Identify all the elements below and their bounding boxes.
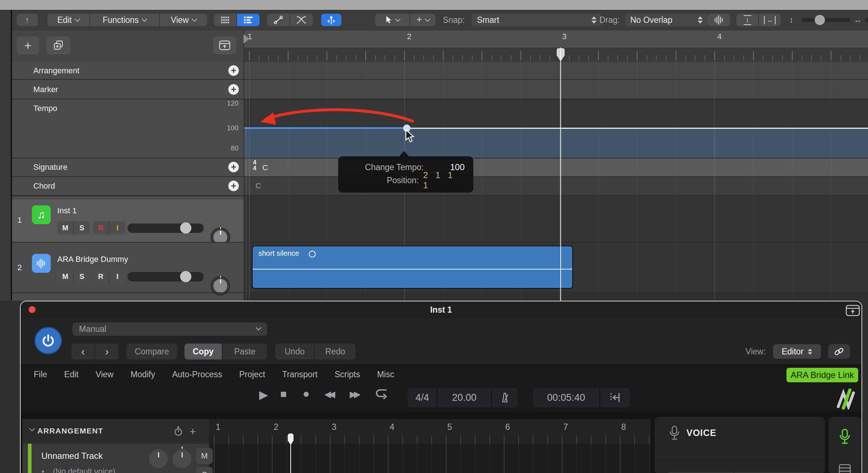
volume-slider[interactable] — [128, 272, 204, 281]
levels-panel-icon[interactable] — [839, 464, 851, 473]
plugin-track-name[interactable]: Unnamed Track — [41, 451, 103, 461]
tempo-scale-120: 120 — [214, 99, 238, 107]
region-loop-icon[interactable] — [309, 251, 316, 258]
waveform-zoom-button[interactable] — [707, 14, 730, 26]
rewind-button[interactable]: ◀◀ — [324, 389, 333, 399]
key-signature-value[interactable]: C — [262, 163, 268, 172]
input-monitor-button[interactable]: I — [109, 221, 125, 234]
chord-value[interactable]: C — [256, 181, 261, 190]
menu-view[interactable]: View — [159, 14, 207, 26]
menu-edit[interactable]: Edit — [64, 370, 79, 379]
next-preset-button[interactable]: › — [95, 344, 119, 359]
menu-file[interactable]: File — [34, 370, 47, 379]
nudge-up-button[interactable]: ↑ — [17, 14, 38, 26]
grid-view-button[interactable] — [214, 14, 236, 26]
cycle-loop-button[interactable] — [375, 387, 390, 400]
hide-global-tracks-button[interactable] — [213, 36, 236, 54]
power-button[interactable] — [34, 327, 62, 354]
pan-knob[interactable] — [212, 277, 229, 295]
menu-project[interactable]: Project — [239, 370, 265, 379]
add-arrangement-marker-button[interactable]: + — [228, 65, 239, 76]
paste-button[interactable]: Paste — [222, 344, 267, 359]
plugin-playhead-line[interactable] — [290, 444, 291, 473]
track-name[interactable]: Inst 1 — [57, 206, 77, 215]
plugin-ruler[interactable]: 1 2 3 4 5 6 7 8 — [209, 419, 651, 444]
horizontal-zoom-slider[interactable] — [865, 18, 868, 22]
add-arrangement-item-button[interactable]: + — [190, 425, 196, 438]
crossfade-button[interactable] — [290, 14, 313, 26]
track-header-ara-bridge[interactable]: 2 ARA Bridge Dummy M S R I — [12, 243, 244, 292]
track-icon-instrument[interactable]: ♫ — [32, 205, 51, 224]
track-knob-1[interactable] — [149, 449, 168, 468]
tempo-field[interactable]: 20.00 — [437, 388, 491, 407]
mute-button[interactable]: M — [57, 221, 73, 234]
clock-icon[interactable] — [173, 426, 184, 437]
goto-position-button[interactable] — [599, 388, 630, 407]
add-marker-button[interactable]: + — [228, 84, 239, 95]
volume-slider[interactable] — [128, 223, 204, 233]
prev-preset-button[interactable]: ‹ — [71, 344, 95, 359]
menu-scripts[interactable]: Scripts — [335, 370, 360, 379]
volume-slider-thumb[interactable] — [180, 222, 191, 234]
vertical-zoom-slider-thumb[interactable] — [815, 15, 825, 25]
menu-transport[interactable]: Transport — [282, 370, 318, 379]
plugin-reveal-button[interactable] — [846, 305, 860, 316]
track-name[interactable]: ARA Bridge Dummy — [57, 255, 128, 264]
record-enable-button[interactable]: R — [93, 221, 109, 234]
redo-button[interactable]: Redo — [314, 344, 356, 359]
add-track-button[interactable]: + — [17, 36, 39, 54]
compare-button[interactable]: Compare — [126, 344, 177, 359]
mute-button[interactable]: M — [57, 270, 73, 283]
voice-mic-green-icon[interactable] — [838, 428, 851, 446]
track-knob-2[interactable] — [173, 449, 191, 468]
vertical-auto-zoom-button[interactable]: ↕ — [736, 14, 758, 26]
menu-misc[interactable]: Misc — [377, 370, 394, 379]
plugin-track-header[interactable]: Unnamed Track M S ● (No default voice) — [22, 444, 209, 473]
preset-dropdown[interactable]: Manual — [72, 322, 267, 336]
add-chord-button[interactable]: + — [228, 181, 239, 191]
solo-button[interactable]: S — [73, 270, 90, 283]
snap-dropdown[interactable]: Smart — [472, 13, 602, 26]
duplicate-track-button[interactable] — [46, 36, 70, 54]
pointer-tool-button[interactable] — [375, 14, 410, 26]
ruler-tick-strip[interactable] — [244, 48, 868, 62]
menu-edit[interactable]: Edit — [47, 14, 89, 26]
track-icon-audio[interactable] — [32, 254, 51, 273]
pencil-tool-button[interactable]: + — [410, 14, 436, 26]
forward-button[interactable]: ▶▶ — [350, 389, 358, 399]
play-button[interactable]: ▶ — [259, 388, 268, 402]
list-view-button[interactable] — [236, 14, 259, 26]
copy-button[interactable]: Copy — [184, 344, 222, 359]
solo-button[interactable]: S — [73, 221, 90, 234]
ara-bridge-link-button[interactable]: ARA Bridge Link — [786, 368, 858, 382]
stop-button[interactable]: ■ — [280, 388, 287, 400]
signature-value[interactable]: 4 4 — [253, 160, 256, 171]
link-button[interactable] — [828, 344, 850, 359]
volume-slider-thumb[interactable] — [180, 271, 191, 282]
menu-view[interactable]: View — [96, 370, 113, 379]
view-dropdown[interactable]: Editor — [773, 344, 821, 359]
automation-button[interactable] — [267, 14, 290, 26]
menu-functions[interactable]: Functions — [89, 14, 159, 26]
solo-button[interactable]: S — [196, 467, 213, 473]
menu-auto-process[interactable]: Auto-Process — [172, 370, 222, 379]
add-signature-button[interactable]: + — [228, 162, 239, 172]
audio-region-short-silence[interactable]: short silence — [252, 246, 573, 289]
tempo-line[interactable] — [407, 128, 868, 129]
metronome-button[interactable] — [491, 388, 518, 407]
record-button[interactable]: ● — [303, 387, 310, 400]
timecode-field[interactable]: 00:05:40 — [533, 388, 599, 407]
record-enable-button[interactable]: R — [93, 270, 109, 283]
undo-button[interactable]: Undo — [275, 344, 314, 359]
drag-dropdown[interactable]: No Overlap — [625, 13, 708, 26]
horizontal-auto-zoom-button[interactable]: ↔ — [758, 14, 781, 26]
vertical-zoom-slider[interactable] — [802, 18, 850, 22]
split-at-playhead-button[interactable] — [321, 14, 341, 26]
time-signature-field[interactable]: 4/4 — [408, 388, 437, 407]
playhead-line[interactable] — [560, 48, 561, 301]
ruler-bar-strip[interactable]: 1 2 3 4 — [244, 30, 868, 48]
menu-modify[interactable]: Modify — [130, 370, 155, 379]
input-monitor-button[interactable]: I — [109, 270, 125, 283]
track-header-inst1[interactable]: 1 ♫ Inst 1 M S R I — [12, 200, 244, 242]
mute-button[interactable]: M — [196, 448, 213, 464]
